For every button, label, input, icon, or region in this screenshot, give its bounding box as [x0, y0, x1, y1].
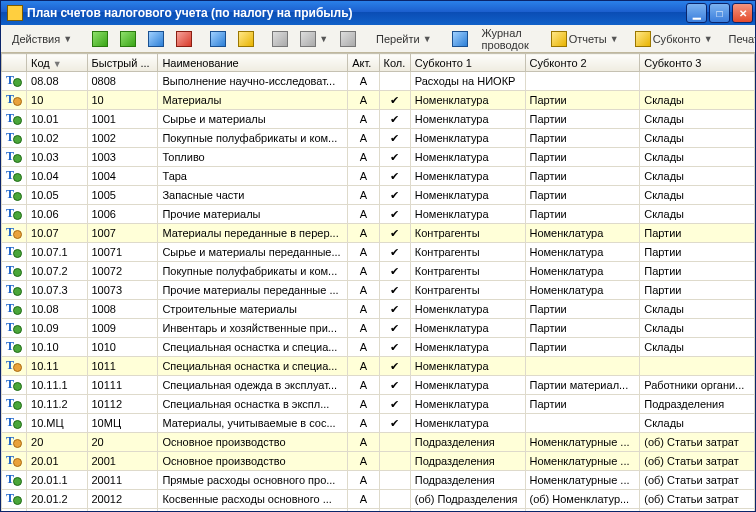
filter-off-button[interactable]: ▼	[295, 28, 333, 50]
journal-button[interactable]: Журнал проводок	[475, 28, 536, 50]
cell-icon	[2, 72, 27, 91]
check-icon: ✔	[384, 227, 406, 240]
cell-sk2: Номенклатурные ...	[525, 471, 640, 490]
edit-button[interactable]	[143, 28, 169, 50]
account-icon	[6, 73, 22, 87]
col-icon[interactable]	[2, 54, 27, 72]
cell-code: 20.01.2	[27, 490, 87, 509]
table-row[interactable]: 10.061006Прочие материалыА✔НоменклатураП…	[2, 205, 755, 224]
col-code[interactable]: Код ▼	[27, 54, 87, 72]
table-row[interactable]: 1010МатериалыА✔НоменклатураПартииСклады	[2, 91, 755, 110]
account-icon	[6, 415, 22, 429]
cell-sk2: Партии	[525, 205, 640, 224]
cell-icon	[2, 129, 27, 148]
cell-icon	[2, 319, 27, 338]
add-button[interactable]	[87, 28, 113, 50]
cell-sk1: Номенклатура	[410, 376, 525, 395]
col-name[interactable]: Наименование	[158, 54, 348, 72]
table-row[interactable]: 10.011001Сырье и материалыА✔Номенклатура…	[2, 110, 755, 129]
cell-kol: ✔	[379, 243, 410, 262]
cell-icon	[2, 91, 27, 110]
check-icon: ✔	[384, 303, 406, 316]
table-row[interactable]: 10.111011Специальная оснастка и специа..…	[2, 357, 755, 376]
funnel-button[interactable]	[335, 28, 361, 50]
table-row[interactable]: 10.081008Строительные материалыА✔Номенкл…	[2, 300, 755, 319]
col-sk1[interactable]: Субконто 1	[410, 54, 525, 72]
cell-quick: 10112	[87, 395, 158, 414]
subconto-menu[interactable]: Субконто▼	[628, 28, 720, 50]
cell-sk3: Склады	[640, 186, 755, 205]
cell-kol: ✔	[379, 186, 410, 205]
cell-name: Основное производство	[158, 452, 348, 471]
cell-name: Материалы переданные в перер...	[158, 224, 348, 243]
reports-menu[interactable]: Отчеты▼	[544, 28, 626, 50]
add-copy-button[interactable]	[115, 28, 141, 50]
close-button[interactable]: ✕	[732, 3, 753, 23]
grid-container[interactable]: Код ▼ Быстрый ... Наименование Акт. Кол.…	[1, 53, 755, 511]
hierarchy-icon	[210, 31, 226, 47]
col-akt[interactable]: Акт.	[348, 54, 379, 72]
cell-akt: А	[348, 509, 379, 512]
table-row[interactable]: 10.07.210072Покупные полуфабрикаты и ком…	[2, 262, 755, 281]
cell-icon	[2, 243, 27, 262]
cell-quick: 1003	[87, 148, 158, 167]
table-row[interactable]: 20.01.120011Прямые расходы основного про…	[2, 471, 755, 490]
table-row[interactable]: 10.101010Специальная оснастка и специа..…	[2, 338, 755, 357]
table-row[interactable]: 10.МЦ10МЦМатериалы, учитываемые в сос...…	[2, 414, 755, 433]
col-sk3[interactable]: Субконто 3	[640, 54, 755, 72]
col-kol[interactable]: Кол.	[379, 54, 410, 72]
goto-menu[interactable]: Перейти▼	[369, 28, 439, 50]
print-menu[interactable]: Печать▼	[722, 28, 756, 50]
cell-akt: А	[348, 243, 379, 262]
table-row[interactable]: 10.07.310073Прочие материалы переданные …	[2, 281, 755, 300]
maximize-button[interactable]: □	[709, 3, 730, 23]
cell-sk3: (об) Статьи затрат	[640, 490, 755, 509]
account-icon	[6, 111, 22, 125]
cell-sk3: Склады	[640, 414, 755, 433]
cell-sk1: Номенклатура	[410, 91, 525, 110]
table-row[interactable]: 10.041004ТараА✔НоменклатураПартииСклады	[2, 167, 755, 186]
cell-icon	[2, 509, 27, 512]
delete-button[interactable]	[171, 28, 197, 50]
table-row[interactable]: 10.11.110111Специальная одежда в эксплуа…	[2, 376, 755, 395]
cell-sk1: Номенклатура	[410, 186, 525, 205]
table-row[interactable]: 20.022002Производство продукции из дав..…	[2, 509, 755, 512]
cell-sk3: (об) Статьи затрат	[640, 452, 755, 471]
cell-name: Прямые расходы основного про...	[158, 471, 348, 490]
funnel-icon	[340, 31, 356, 47]
cell-name: Специальная оснастка и специа...	[158, 357, 348, 376]
table-row[interactable]: 20.01.220012Косвенные расходы основного …	[2, 490, 755, 509]
table-row[interactable]: 2020Основное производствоАПодразделенияН…	[2, 433, 755, 452]
window-buttons: ▁ □ ✕	[686, 3, 753, 23]
check-icon: ✔	[384, 94, 406, 107]
table-row[interactable]: 08.080808Выполнение научно-исследоват...…	[2, 72, 755, 91]
cell-quick: 2002	[87, 509, 158, 512]
cell-sk2: Номенклатура	[525, 243, 640, 262]
cell-name: Сырье и материалы	[158, 110, 348, 129]
table-row[interactable]: 10.071007Материалы переданные в перер...…	[2, 224, 755, 243]
actions-menu[interactable]: Действия▼	[5, 28, 79, 50]
cell-sk2: Партии	[525, 186, 640, 205]
refresh-button[interactable]	[447, 28, 473, 50]
cell-sk1: (об) Подразделения	[410, 490, 525, 509]
move-button[interactable]	[233, 28, 259, 50]
cell-sk2: Партии	[525, 319, 640, 338]
table-row[interactable]: 10.091009Инвентарь и хозяйственные при..…	[2, 319, 755, 338]
table-row[interactable]: 10.051005Запасные частиА✔НоменклатураПар…	[2, 186, 755, 205]
table-row[interactable]: 20.012001Основное производствоАПодраздел…	[2, 452, 755, 471]
table-row[interactable]: 10.021002Покупные полуфабрикаты и ком...…	[2, 129, 755, 148]
col-sk2[interactable]: Субконто 2	[525, 54, 640, 72]
cell-sk1: Контрагенты	[410, 262, 525, 281]
cell-kol: ✔	[379, 110, 410, 129]
cell-code: 10	[27, 91, 87, 110]
cell-akt: А	[348, 433, 379, 452]
filter-button[interactable]	[267, 28, 293, 50]
account-icon	[6, 491, 22, 505]
cell-quick: 1005	[87, 186, 158, 205]
col-quick[interactable]: Быстрый ...	[87, 54, 158, 72]
table-row[interactable]: 10.031003ТопливоА✔НоменклатураПартииСкла…	[2, 148, 755, 167]
hierarchy-button[interactable]	[205, 28, 231, 50]
table-row[interactable]: 10.07.110071Сырье и материалы переданные…	[2, 243, 755, 262]
minimize-button[interactable]: ▁	[686, 3, 707, 23]
table-row[interactable]: 10.11.210112Специальная оснастка в экспл…	[2, 395, 755, 414]
